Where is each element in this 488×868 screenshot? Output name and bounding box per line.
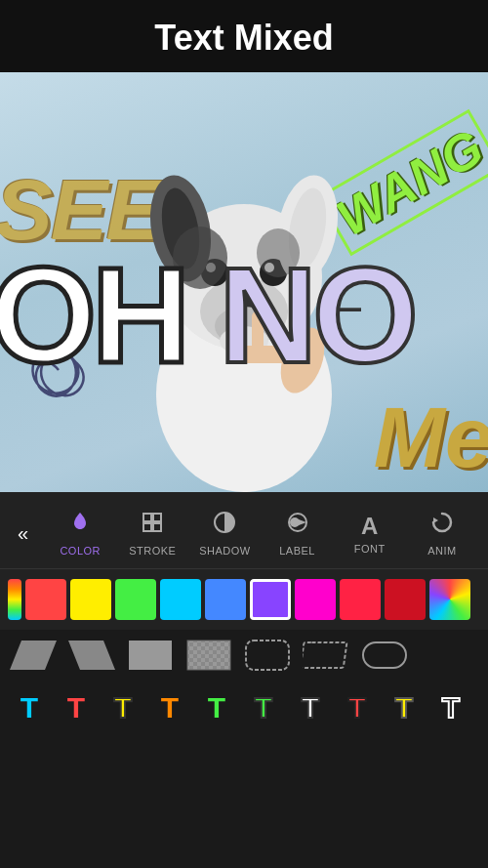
svg-rect-22: [153, 523, 161, 531]
svg-point-13: [257, 228, 300, 277]
shape-parallelogram-left[interactable]: [8, 636, 59, 675]
font-style-4[interactable]: T: [148, 686, 191, 729]
tab-shadow-label: SHADOW: [199, 545, 251, 557]
font-style-2[interactable]: T: [55, 686, 98, 729]
color-icon: [67, 510, 93, 542]
svg-rect-34: [187, 641, 230, 670]
svg-rect-20: [153, 514, 161, 521]
svg-rect-21: [143, 523, 151, 531]
color-swatch-6[interactable]: [205, 579, 246, 620]
svg-rect-35: [246, 641, 289, 670]
svg-marker-29: [68, 641, 115, 670]
tab-anim[interactable]: ANIM: [406, 506, 478, 560]
color-swatch-4[interactable]: [115, 579, 156, 620]
svg-rect-30: [129, 641, 172, 670]
color-swatch-multi[interactable]: [429, 579, 470, 620]
color-swatch-7[interactable]: [250, 579, 291, 620]
color-swatch-10[interactable]: [385, 579, 426, 620]
tab-color-label: COLOR: [60, 545, 101, 557]
scribble-decoration: [10, 326, 107, 414]
shape-parallelogram-right[interactable]: [66, 636, 117, 675]
font-style-3[interactable]: T: [102, 686, 144, 729]
tab-stroke[interactable]: STROKE: [116, 506, 188, 560]
color-swatch-2[interactable]: [25, 579, 66, 620]
font-style-6[interactable]: T: [242, 686, 285, 729]
font-style-10[interactable]: T: [429, 686, 472, 729]
tab-font[interactable]: A FONT: [334, 509, 406, 558]
tab-font-label: FONT: [354, 543, 386, 555]
color-swatch-8[interactable]: [295, 579, 336, 620]
shape-checkerboard[interactable]: [183, 636, 234, 675]
svg-rect-19: [143, 514, 151, 521]
color-swatch-3[interactable]: [70, 579, 111, 620]
shadow-icon: [212, 510, 237, 542]
svg-rect-36: [363, 642, 406, 668]
tool-tabs-container: « COLOR STROKE: [0, 502, 488, 569]
tab-stroke-label: STROKE: [129, 545, 176, 557]
tab-label-label: LABEL: [279, 545, 315, 557]
svg-marker-28: [10, 641, 57, 670]
toolbar: « COLOR STROKE: [0, 492, 488, 735]
shape-row: [0, 630, 488, 681]
tab-label[interactable]: LABEL: [262, 506, 334, 560]
font-style-1[interactable]: T: [8, 686, 51, 729]
color-palette-row: [0, 569, 488, 630]
font-style-9[interactable]: T: [383, 686, 426, 729]
svg-point-25: [290, 517, 300, 527]
shape-rounded-rect[interactable]: [242, 636, 293, 675]
shape-rectangle[interactable]: [125, 636, 176, 675]
tab-color[interactable]: COLOR: [44, 506, 116, 560]
shape-pill[interactable]: [359, 636, 410, 675]
tab-anim-label: ANIM: [427, 545, 457, 557]
app-header: Text Mixed: [0, 0, 488, 72]
font-style-7[interactable]: T: [289, 686, 332, 729]
font-style-5[interactable]: T: [195, 686, 238, 729]
label-icon: [285, 510, 310, 542]
color-swatch-1[interactable]: [8, 579, 21, 620]
stroke-icon: [140, 510, 165, 542]
anim-icon: [429, 510, 455, 542]
page-title: Text Mixed: [0, 18, 488, 59]
color-swatch-9[interactable]: [340, 579, 381, 620]
shape-rounded-parallelogram[interactable]: [301, 636, 351, 675]
font-style-8[interactable]: T: [336, 686, 379, 729]
back-button[interactable]: «: [10, 518, 36, 549]
svg-point-12: [173, 227, 227, 289]
tab-shadow[interactable]: SHADOW: [188, 506, 261, 560]
color-swatch-5[interactable]: [160, 579, 201, 620]
dog-figure: [107, 121, 381, 492]
font-icon: A: [361, 513, 378, 540]
canvas-area: SEE WANG —: [0, 72, 488, 492]
font-style-row: T T T T T T T T T T: [0, 681, 488, 735]
svg-marker-27: [433, 517, 438, 523]
